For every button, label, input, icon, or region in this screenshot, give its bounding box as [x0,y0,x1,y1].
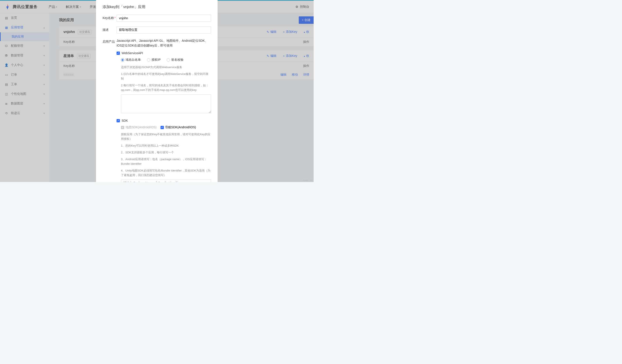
webservice-radio-group: 域名白名单 授权IP 签名校验 [121,58,211,62]
radio-whitelist[interactable]: 域名白名单 [121,58,141,62]
whitelist-textarea[interactable] [121,94,211,113]
label-products: 启用产品 [103,38,117,182]
help-text: 3、Android应用请填写：包名（package name），iOS应用请填写… [121,157,211,166]
help-text: 2、SDK支持授权多个应用，每行填写一个 [121,150,211,155]
label-desc: 描述 [103,26,117,34]
checkbox-checked-icon [160,126,164,129]
webservice-checkbox-row[interactable]: WebServiceAPI [117,51,211,55]
checkbox-checked-icon [117,119,120,122]
radio-off-icon [167,58,170,62]
help-text: 适用于浏览器端JSONP方式调用Webservice服务 [121,65,211,70]
add-key-modal: 添加key到「vnjohn」应用 Key名称* 描述 启用产品 Javascri… [96,0,218,182]
help-text: 4、Unity地图SDK必须填写包名/Bundle Identifier，其他S… [121,168,211,177]
sdk-package-textarea[interactable] [121,180,211,182]
help-text: 2.每行填写一个域名，填写的域名及其子域名都会同时得到授权，如：qq.com，则… [121,83,211,92]
help-text: 1.仅白名单中的域名才可使用此key调用WebService服务，留空则不限制 [121,72,211,81]
keyname-input[interactable] [117,15,211,22]
sdk-checkbox-row[interactable]: SDK [117,119,211,122]
modal-title: 添加key到「vnjohn」应用 [103,4,211,9]
checkbox-checked-icon [117,52,120,55]
mapsdk-checkbox[interactable]: 地图SDK(Android/iOS) [121,126,156,129]
navsdk-checkbox[interactable]: 导航SDK(Android/iOS) [160,126,196,129]
products-static-text: Javascript API、Javascript API GL、地图组件、An… [117,38,211,48]
radio-authip[interactable]: 授权IP [147,58,160,62]
label-keyname: Key名称* [103,15,117,22]
desc-input[interactable] [117,26,211,34]
help-text: 1、您的Key可以同时使用以上一种或多种SDK [121,143,211,148]
radio-on-icon [121,58,124,62]
radio-sign[interactable]: 签名校验 [167,58,183,62]
help-text: 授权应用（为了保证您的Key不被其他应用冒用，请对可使用此Key的应用授权） [121,132,211,141]
watermark: znwx.cn [303,179,313,182]
checkbox-disabled-icon [121,126,124,129]
radio-off-icon [147,58,150,62]
